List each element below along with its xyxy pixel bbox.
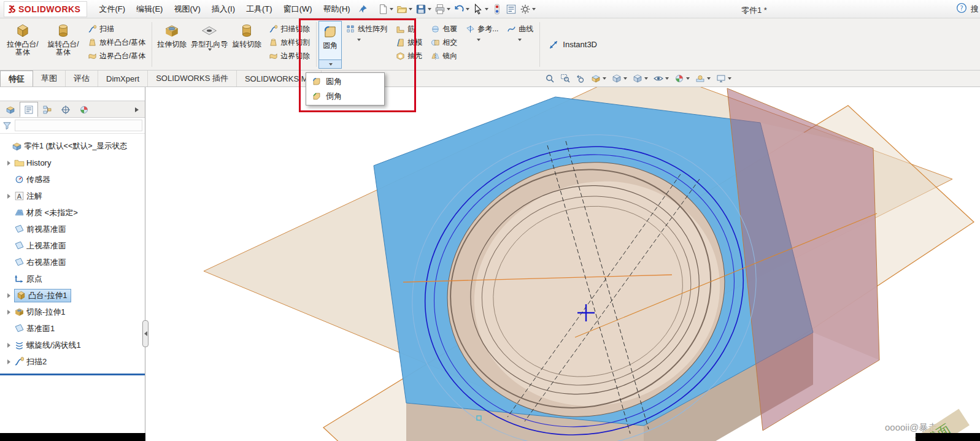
expand-arrow-icon[interactable] [5, 161, 12, 166]
tab-dimxpert[interactable]: DimXpert [98, 71, 148, 86]
undo-button[interactable] [452, 2, 471, 16]
tree-item-sensors[interactable]: 传感器 [0, 171, 145, 188]
pin-menu-button[interactable] [358, 4, 368, 13]
selected-tree-item[interactable]: 凸台-拉伸1 [14, 289, 71, 302]
configurationmanager-tab[interactable] [38, 102, 56, 117]
zoom-fit-button[interactable] [545, 74, 555, 83]
chevron-down-icon[interactable] [447, 8, 450, 10]
chamfer-menu-item[interactable]: 倒角 [306, 89, 384, 104]
tree-filter-input[interactable] [15, 120, 142, 131]
chevron-down-icon[interactable] [728, 77, 731, 80]
tab-features[interactable]: 特征 [0, 71, 33, 86]
tree-item-origin[interactable]: 原点 [0, 270, 145, 287]
section-view-button[interactable] [591, 74, 606, 83]
menu-tools[interactable]: 工具(T) [241, 1, 278, 18]
loft-cut-button[interactable]: 放样切割 [268, 37, 311, 48]
file-properties-button[interactable] [504, 2, 518, 16]
instant3d-button[interactable]: Instant3D [542, 20, 603, 69]
curves-button[interactable]: 曲线 [506, 23, 534, 35]
select-button[interactable] [471, 2, 490, 16]
mirror-button[interactable]: 镜向 [430, 50, 458, 62]
view-settings-button[interactable] [716, 74, 731, 83]
revolve-boss-button[interactable]: 旋转凸台/基体 [43, 20, 83, 69]
tree-item-cut-extrude1[interactable]: 切除-拉伸1 [0, 304, 145, 320]
tree-item-front-plane[interactable]: 前视基准面 [0, 221, 145, 237]
rollback-bar[interactable] [0, 374, 145, 375]
graphics-viewport[interactable]: ooooii@暴走 线面 [145, 87, 980, 441]
display-style-button[interactable] [633, 74, 648, 83]
chevron-down-icon[interactable] [603, 77, 606, 80]
tree-item-material[interactable]: 材质 <未指定> [0, 204, 145, 221]
linear-pattern-button[interactable]: 线性阵列 [345, 23, 388, 35]
featuremanager-tree-tab[interactable] [1, 102, 20, 117]
propertymanager-tab[interactable] [20, 102, 38, 117]
open-button[interactable] [395, 2, 414, 16]
tab-evaluate[interactable]: 评估 [66, 71, 98, 86]
shell-button[interactable]: 抽壳 [395, 50, 423, 62]
tree-item-boss-extrude1[interactable]: 凸台-拉伸1 [0, 287, 145, 304]
sweep-button[interactable]: 扫描 [87, 23, 147, 35]
loft-boss-button[interactable]: 放样凸台/基体 [87, 37, 147, 48]
chevron-down-icon[interactable] [428, 8, 431, 10]
tree-item-part-root[interactable]: 零件1 (默认<<默认>_显示状态 [0, 138, 145, 155]
menu-edit[interactable]: 编辑(E) [131, 1, 168, 18]
chevron-down-icon[interactable] [623, 77, 627, 80]
apply-scene-button[interactable] [695, 74, 711, 83]
displaymanager-tab[interactable] [75, 102, 93, 117]
tree-item-sweep2[interactable]: 扫描2 [0, 353, 145, 370]
tree-item-top-plane[interactable]: 上视基准面 [0, 237, 145, 254]
expand-arrow-icon[interactable] [5, 293, 12, 298]
zoom-area-button[interactable] [560, 74, 570, 83]
dimxpertmanager-tab[interactable] [56, 102, 75, 117]
wrap-button[interactable]: 包覆 [430, 23, 458, 35]
chevron-down-icon[interactable] [485, 8, 488, 10]
extrude-cut-button[interactable]: 拉伸切除 [154, 20, 190, 69]
rebuild-button[interactable] [490, 2, 504, 16]
print-button[interactable] [433, 2, 452, 16]
tree-item-annotations[interactable]: 注解 [0, 188, 145, 204]
chevron-down-icon[interactable] [518, 39, 522, 41]
chevron-down-icon[interactable] [532, 8, 536, 10]
tree-item-right-plane[interactable]: 右视基准面 [0, 254, 145, 270]
hide-show-items-button[interactable] [654, 74, 669, 83]
chevron-down-icon[interactable] [665, 77, 669, 80]
tree-item-plane1[interactable]: 基准面1 [0, 320, 145, 337]
revolve-cut-button[interactable]: 旋转切除 [229, 20, 264, 69]
view-orientation-button[interactable] [612, 74, 627, 83]
sweep-cut-button[interactable]: 扫描切除 [268, 23, 311, 35]
chevron-down-icon[interactable] [357, 39, 361, 41]
tree-item-helix1[interactable]: 螺旋线/涡状线1 [0, 337, 145, 353]
chevron-down-icon[interactable] [477, 39, 480, 41]
expand-panel-button[interactable] [135, 105, 144, 114]
tab-solidworks-addins[interactable]: SOLIDWORKS 插件 [148, 71, 237, 86]
boundary-boss-button[interactable]: 边界凸台/基体 [87, 50, 147, 62]
tree-item-history[interactable]: History [0, 155, 145, 171]
help-button[interactable] [956, 2, 967, 15]
model-3d-scene[interactable]: ooooii@暴走 线面 [145, 87, 980, 441]
panel-splitter-handle[interactable] [142, 320, 149, 347]
boundary-cut-button[interactable]: 边界切除 [268, 50, 311, 62]
expand-arrow-icon[interactable] [5, 310, 12, 315]
expand-arrow-icon[interactable] [5, 359, 12, 364]
filter-funnel-icon[interactable] [2, 121, 12, 130]
menu-help[interactable]: 帮助(H) [318, 1, 356, 18]
options-button[interactable] [519, 2, 537, 16]
chevron-down-icon[interactable] [208, 48, 212, 51]
fillet-menu-item[interactable]: 圆角 [306, 74, 384, 89]
expand-arrow-icon[interactable] [5, 194, 12, 199]
chevron-down-icon[interactable] [390, 8, 393, 10]
extrude-boss-button[interactable]: 拉伸凸台/基体 [2, 20, 43, 69]
fillet-button[interactable]: 圆角 [318, 21, 342, 69]
save-button[interactable] [414, 2, 433, 16]
chevron-down-icon[interactable] [409, 8, 412, 10]
expand-arrow-icon[interactable] [5, 343, 12, 348]
search-label[interactable]: 搜 [971, 4, 979, 15]
edit-appearance-button[interactable] [674, 74, 690, 83]
chevron-down-icon[interactable] [686, 77, 690, 80]
intersect-button[interactable]: 相交 [430, 37, 458, 48]
chevron-down-icon[interactable] [707, 77, 711, 80]
menu-insert[interactable]: 插入(I) [206, 1, 241, 18]
reference-geometry-button[interactable]: 参考... [465, 23, 500, 35]
chevron-down-icon[interactable] [644, 77, 648, 80]
menu-file[interactable]: 文件(F) [93, 1, 131, 18]
